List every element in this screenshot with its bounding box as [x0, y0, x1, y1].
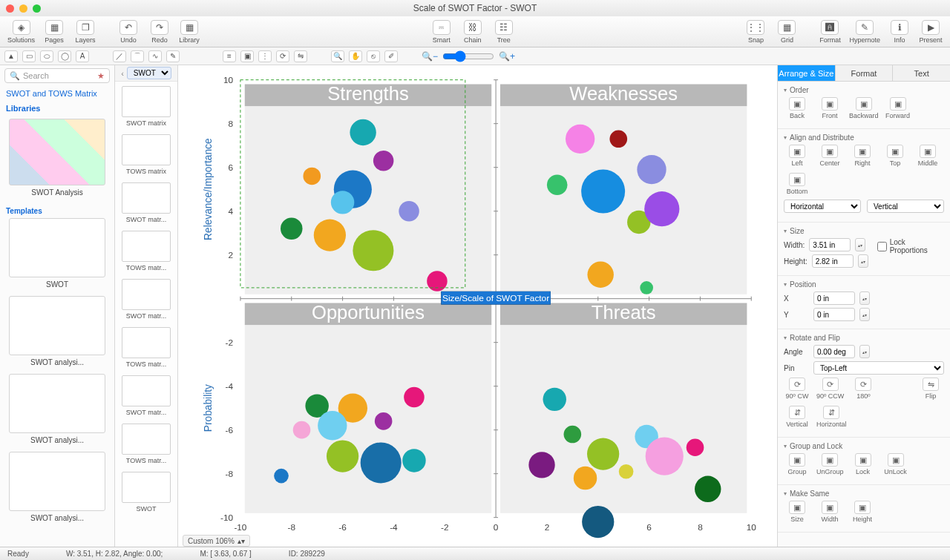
horizontal-button[interactable]: ⇵Horizontal — [816, 406, 847, 428]
bubble[interactable] — [281, 218, 303, 240]
x-stepper[interactable]: ▴▾ — [859, 291, 870, 305]
zoom-out-icon[interactable]: 🔍− — [422, 51, 438, 62]
line-tool[interactable]: ／ — [113, 50, 126, 62]
bubble[interactable] — [399, 201, 419, 222]
180--button[interactable]: ⟳180º — [850, 378, 877, 400]
rotate-tool[interactable]: ⟳ — [276, 50, 289, 62]
bubble[interactable] — [566, 125, 594, 154]
undo-button[interactable]: ↶Undo — [114, 19, 143, 45]
bubble[interactable] — [375, 412, 393, 430]
bubble[interactable] — [587, 438, 619, 470]
bubble[interactable] — [404, 387, 425, 408]
bottom-button[interactable]: ▣Bottom — [784, 173, 810, 195]
bubble[interactable] — [327, 440, 358, 472]
chain-button[interactable]: ⛓Chain — [458, 19, 488, 45]
snap-button[interactable]: ⋮⋮Snap — [741, 19, 770, 45]
library-selector[interactable]: SWOT — [127, 67, 171, 79]
align-tool[interactable]: ≡ — [223, 50, 236, 62]
library-button[interactable]: ▦Library — [174, 19, 204, 45]
hypernote-button[interactable]: ✎Hypernote — [846, 19, 883, 45]
bubble[interactable] — [373, 151, 394, 171]
present-button[interactable]: ▶Present — [916, 19, 946, 45]
search-input[interactable]: 🔍 Search ★ — [4, 68, 110, 83]
right-button[interactable]: ▣Right — [849, 145, 876, 167]
bubble[interactable] — [350, 119, 376, 145]
format-button[interactable]: 🅰Format — [815, 19, 845, 45]
bubble[interactable] — [318, 411, 347, 440]
section-libraries[interactable]: Libraries — [0, 101, 114, 116]
bubble[interactable] — [637, 155, 666, 184]
flip-button[interactable]: ⇋Flip — [917, 378, 944, 400]
90-cw-button[interactable]: ⟳90º CW — [784, 378, 810, 400]
eyedrop-tool[interactable]: ✐ — [384, 50, 398, 62]
bookmark-icon[interactable]: ★ — [97, 71, 105, 81]
90-ccw-button[interactable]: ⟳90º CCW — [816, 378, 844, 400]
x-field[interactable] — [813, 291, 855, 305]
zoom-window[interactable] — [33, 4, 41, 13]
solutions-button[interactable]: ◈Solutions — [4, 19, 38, 45]
bubble[interactable] — [582, 506, 614, 538]
template-card[interactable]: SWOT analysi... — [4, 374, 110, 444]
bubble[interactable] — [640, 281, 653, 294]
bubble[interactable] — [547, 175, 568, 196]
pointer-tool[interactable]: ▲ — [4, 50, 18, 62]
size-button[interactable]: ▣Size — [784, 501, 810, 523]
library-shape[interactable]: TOWS matrix — [118, 134, 174, 175]
center-button[interactable]: ▣Center — [816, 145, 843, 167]
bubble[interactable] — [646, 438, 684, 475]
back-button[interactable]: ▣Back — [784, 97, 810, 119]
bubble[interactable] — [303, 168, 321, 185]
canvas[interactable]: StrengthsWeaknessesOpportunitiesThreats-… — [178, 65, 778, 547]
library-card[interactable]: SWOT Analysis — [4, 119, 110, 197]
bubble[interactable] — [543, 388, 566, 411]
bubble[interactable] — [587, 262, 613, 288]
lock-button[interactable]: ▣Lock — [850, 453, 877, 475]
bubble[interactable] — [314, 219, 346, 251]
bubble[interactable] — [619, 464, 634, 479]
rrect-tool[interactable]: ⬭ — [40, 50, 53, 62]
bubble[interactable] — [353, 230, 393, 271]
library-shape[interactable]: SWOT matrix — [118, 86, 174, 127]
bubble[interactable] — [274, 469, 289, 484]
bubble[interactable] — [402, 449, 425, 472]
bubble[interactable] — [574, 467, 597, 490]
library-shape[interactable]: TOWS matr... — [118, 231, 174, 271]
close-window[interactable] — [6, 4, 14, 13]
section-swot-tows[interactable]: SWOT and TOWS Matrix — [0, 86, 114, 101]
left-button[interactable]: ▣Left — [784, 145, 810, 167]
template-card[interactable]: SWOT analysi... — [4, 296, 110, 366]
bubble[interactable] — [609, 131, 627, 148]
zoom-slider[interactable] — [442, 50, 494, 62]
tree-button[interactable]: ☷Tree — [489, 19, 519, 45]
height-stepper[interactable]: ▴▾ — [858, 254, 868, 268]
ungroup-button[interactable]: ▣UnGroup — [816, 453, 844, 475]
top-button[interactable]: ▣Top — [882, 145, 908, 167]
vert-dist-select[interactable]: Vertical — [867, 200, 944, 213]
text-tool[interactable]: A — [76, 50, 89, 62]
minimize-window[interactable] — [19, 4, 27, 13]
flip-tool[interactable]: ⇋ — [294, 50, 307, 62]
y-stepper[interactable]: ▴▾ — [859, 308, 870, 321]
template-card[interactable]: SWOT analysi... — [4, 452, 110, 522]
library-shape[interactable]: SWOT matr... — [118, 279, 174, 320]
width-button[interactable]: ▣Width — [816, 501, 843, 523]
bubble[interactable] — [644, 191, 679, 226]
distribute-tool[interactable]: ⋮ — [258, 50, 272, 62]
library-shape[interactable]: SWOT matr... — [118, 182, 174, 223]
swot-chart[interactable]: StrengthsWeaknessesOpportunitiesThreats-… — [186, 65, 770, 547]
group-button[interactable]: ▣Group — [784, 453, 810, 475]
pen-tool[interactable]: ✎ — [166, 50, 180, 62]
library-shape[interactable]: TOWS matr... — [118, 424, 174, 464]
group-tool[interactable]: ▣ — [240, 50, 254, 62]
pin-select[interactable]: Top-Left — [813, 361, 944, 375]
tab-arrange-size[interactable]: Arrange & Size — [778, 65, 836, 82]
anchor-tool[interactable]: ⎋ — [367, 50, 380, 62]
zoom-indicator[interactable]: Custom 106% ▴▾ — [183, 535, 250, 547]
template-card[interactable]: SWOT — [4, 218, 110, 289]
tab-format[interactable]: Format — [836, 65, 894, 82]
grid-button[interactable]: ▦Grid — [772, 19, 802, 45]
angle-stepper[interactable]: ▴▾ — [859, 345, 870, 358]
ellipse-tool[interactable]: ◯ — [58, 50, 71, 62]
library-shape[interactable]: SWOT — [118, 472, 174, 513]
backward-button[interactable]: ▣Backward — [849, 97, 879, 119]
